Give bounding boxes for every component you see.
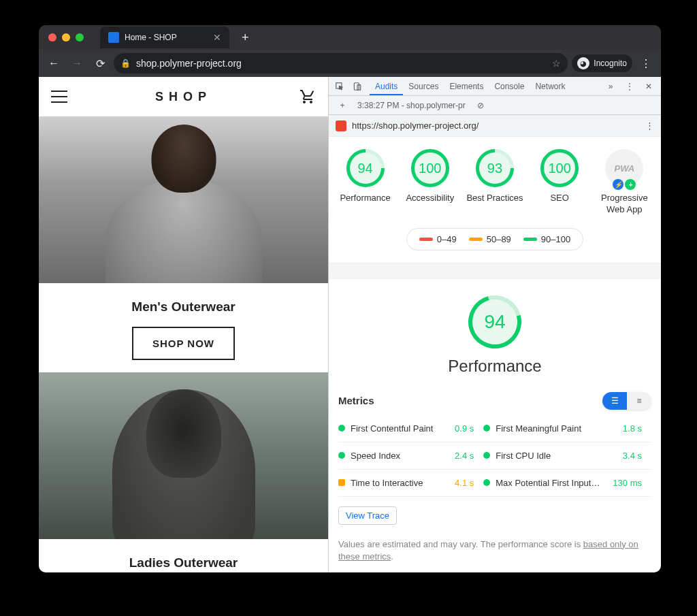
- legend-fail: 0–49: [419, 234, 457, 244]
- back-button[interactable]: ←: [44, 54, 63, 73]
- maximize-window-button[interactable]: [76, 33, 84, 42]
- browser-menu-button[interactable]: ⋮: [636, 57, 655, 70]
- metric-tti[interactable]: Time to Interactive 4.1 s: [338, 470, 483, 497]
- cart-icon[interactable]: [299, 88, 316, 105]
- tab-elements[interactable]: Elements: [444, 77, 489, 95]
- gauge-performance[interactable]: 94 Performance: [336, 149, 395, 216]
- svg-rect-1: [354, 82, 359, 90]
- metric-fmp[interactable]: First Meaningful Paint 1.8 s: [483, 415, 651, 442]
- audit-timestamp[interactable]: 3:38:27 PM - shop.polymer-pr: [357, 101, 466, 110]
- tab-sources[interactable]: Sources: [403, 77, 444, 95]
- score-gauges: 94 Performance 100 Accessibility 93 Best…: [329, 137, 661, 223]
- tab-title: Home - SHOP: [125, 33, 208, 42]
- more-tabs-icon[interactable]: »: [602, 78, 619, 95]
- tab-audits[interactable]: Audits: [370, 77, 403, 95]
- address-bar: ← → ⟳ 🔒 shop.polymer-project.org ☆ ◕ Inc…: [39, 50, 661, 77]
- metrics-title: Metrics: [338, 395, 374, 406]
- close-devtools-icon[interactable]: ✕: [641, 78, 657, 95]
- pwa-installable-badge-icon: +: [625, 179, 636, 190]
- traffic-lights: [39, 33, 84, 42]
- gauge-seo[interactable]: 100 SEO: [530, 149, 589, 216]
- status-dot-icon: [338, 425, 345, 432]
- view-trace-button[interactable]: View Trace: [338, 506, 397, 525]
- status-dot-icon: [483, 479, 490, 486]
- audit-url: https://shop.polymer-project.org/: [352, 120, 479, 131]
- content-area: SHOP Men's Outerwear SHOP NOW Ladies Out…: [39, 77, 661, 572]
- section-title-ladies: Ladies Outerwear: [39, 555, 328, 570]
- tab-network[interactable]: Network: [530, 77, 570, 95]
- audit-report-body: 94 Performance 100 Accessibility 93 Best…: [329, 137, 661, 572]
- big-gauge-label: Performance: [329, 357, 661, 376]
- status-dot-icon: [483, 452, 490, 459]
- performance-section: 94 Performance: [329, 279, 661, 387]
- view-toggle-collapsed[interactable]: ☰: [602, 392, 627, 410]
- incognito-label: Incognito: [594, 59, 627, 68]
- score-legend: 0–49 50–89 90–100: [406, 228, 583, 250]
- close-window-button[interactable]: [48, 33, 56, 42]
- new-audit-icon[interactable]: +: [334, 97, 351, 114]
- hero-image-mens: [39, 116, 328, 283]
- status-dot-icon: [338, 479, 345, 486]
- status-dot-icon: [483, 425, 490, 432]
- incognito-icon: ◕: [577, 57, 589, 69]
- legend-average: 50–89: [469, 234, 511, 244]
- device-toggle-icon[interactable]: [349, 78, 366, 95]
- metric-first-cpu-idle[interactable]: First CPU Idle 3.4 s: [483, 442, 651, 470]
- bookmark-star-icon[interactable]: ☆: [552, 58, 561, 69]
- lock-icon: 🔒: [120, 59, 131, 68]
- reload-button[interactable]: ⟳: [91, 54, 110, 73]
- audit-menu-icon[interactable]: ⋮: [645, 120, 654, 131]
- gauge-accessibility[interactable]: 100 Accessibility: [400, 149, 460, 216]
- clear-audits-icon[interactable]: ⊘: [472, 97, 489, 114]
- new-tab-button[interactable]: +: [236, 31, 255, 45]
- metrics-header: Metrics ☰ ≡: [329, 387, 661, 415]
- metric-fcp[interactable]: First Contentful Paint 0.9 s: [338, 415, 483, 442]
- hamburger-menu-button[interactable]: [51, 91, 67, 103]
- status-dot-icon: [338, 452, 345, 459]
- hero-image-ladies: [39, 372, 328, 539]
- pwa-icon: PWA ⚡ +: [605, 149, 643, 187]
- metric-speed-index[interactable]: Speed Index 2.4 s: [338, 442, 483, 470]
- metric-max-fid[interactable]: Max Potential First Input Delay 130 ms: [483, 470, 651, 497]
- tab-console[interactable]: Console: [489, 77, 530, 95]
- minimize-window-button[interactable]: [62, 33, 70, 42]
- section-divider: [329, 263, 661, 279]
- url-text: shop.polymer-project.org: [136, 58, 547, 69]
- page-viewport: SHOP Men's Outerwear SHOP NOW Ladies Out…: [39, 77, 328, 572]
- gauge-pwa[interactable]: PWA ⚡ + Progressive Web App: [594, 149, 654, 216]
- lighthouse-badge-icon: [336, 120, 346, 131]
- metrics-grid: First Contentful Paint 0.9 s First Meani…: [329, 415, 661, 497]
- shop-now-button[interactable]: SHOP NOW: [132, 327, 235, 360]
- browser-tab[interactable]: Home - SHOP ✕: [100, 27, 229, 48]
- shop-logo: SHOP: [155, 90, 212, 104]
- shop-header: SHOP: [39, 77, 328, 116]
- view-toggle-expanded[interactable]: ≡: [627, 392, 651, 410]
- close-tab-icon[interactable]: ✕: [213, 32, 221, 43]
- big-gauge-performance: 94: [468, 295, 521, 348]
- titlebar: Home - SHOP ✕ +: [39, 25, 661, 50]
- inspect-element-icon[interactable]: [331, 78, 348, 95]
- devtools-menu-icon[interactable]: ⋮: [621, 78, 638, 95]
- browser-window: Home - SHOP ✕ + ← → ⟳ 🔒 shop.polymer-pro…: [39, 25, 661, 572]
- audit-url-bar: https://shop.polymer-project.org/ ⋮: [329, 115, 661, 137]
- favicon-icon: [108, 32, 119, 43]
- pwa-fast-badge-icon: ⚡: [613, 179, 623, 190]
- url-field[interactable]: 🔒 shop.polymer-project.org ☆: [114, 53, 568, 74]
- audits-toolbar: + 3:38:27 PM - shop.polymer-pr ⊘: [329, 96, 661, 115]
- legend-pass: 90–100: [523, 234, 570, 244]
- incognito-chip[interactable]: ◕ Incognito: [572, 54, 632, 72]
- gauge-best-practices[interactable]: 93 Best Practices: [465, 149, 525, 216]
- metrics-footnote: Values are estimated and may vary. The p…: [329, 534, 661, 572]
- devtools-tab-strip: Audits Sources Elements Console Network …: [329, 77, 661, 96]
- section-title-mens: Men's Outerwear: [39, 299, 328, 314]
- metrics-view-toggle: ☰ ≡: [602, 392, 651, 410]
- forward-button[interactable]: →: [67, 54, 86, 73]
- devtools-panel: Audits Sources Elements Console Network …: [328, 77, 661, 572]
